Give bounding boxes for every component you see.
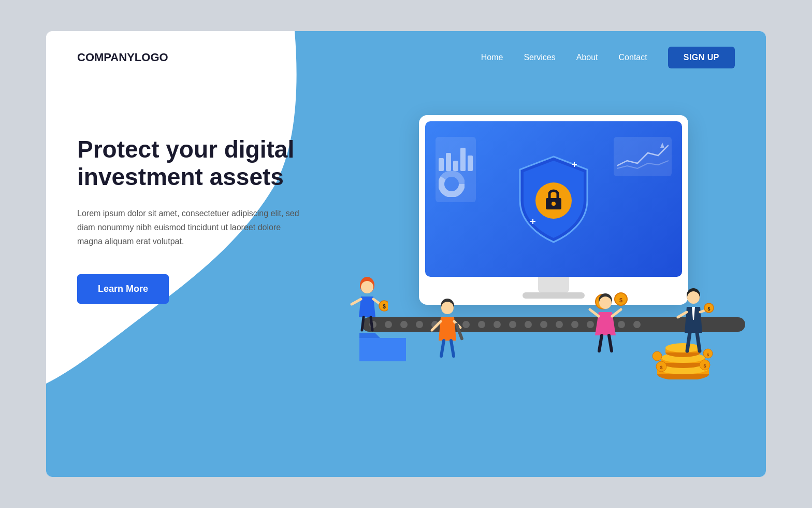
svg-line-24 <box>451 341 454 356</box>
line-chart <box>617 140 669 171</box>
pie-chart <box>439 171 465 197</box>
svg-marker-9 <box>660 143 664 148</box>
hero-left: Protect your digital investment assets L… <box>77 115 326 304</box>
svg-line-30 <box>609 335 612 351</box>
person-3 <box>585 291 626 361</box>
svg-point-32 <box>687 291 700 304</box>
hero-title: Protect your digital investment assets <box>77 136 326 191</box>
svg-line-20 <box>432 321 441 330</box>
svg-line-28 <box>612 309 621 316</box>
svg-text:$: $ <box>660 365 662 370</box>
svg-line-33 <box>678 312 687 317</box>
person-1-svg: $ <box>346 276 388 338</box>
monitor <box>419 115 688 305</box>
belt-roller <box>478 321 485 328</box>
belt-roller <box>509 321 516 328</box>
nav-services[interactable]: Services <box>524 53 555 62</box>
left-chart <box>436 137 476 202</box>
hero-description: Lorem ipsum dolor sit amet, consectetuer… <box>77 206 305 249</box>
belt-roller <box>633 321 641 328</box>
bar-1 <box>439 158 444 171</box>
nav-about[interactable]: About <box>576 53 598 62</box>
belt-roller <box>571 321 578 328</box>
svg-point-11 <box>361 281 373 293</box>
right-chart <box>614 137 672 176</box>
svg-line-38 <box>697 333 700 351</box>
svg-line-29 <box>599 335 602 351</box>
belt-roller <box>416 321 423 328</box>
person-4-svg: $ <box>673 286 714 359</box>
main-nav: Home Services About Contact SIGN UP <box>481 47 735 68</box>
person-2 <box>427 297 468 366</box>
belt-roller <box>540 321 547 328</box>
main-content: Protect your digital investment assets L… <box>46 84 766 426</box>
bar-4 <box>460 148 466 171</box>
person-1: $ <box>346 276 388 340</box>
svg-line-12 <box>352 299 361 304</box>
svg-line-37 <box>687 333 690 351</box>
svg-text:$: $ <box>707 306 710 312</box>
monitor-illustration <box>372 115 735 305</box>
bar-5 <box>468 156 473 171</box>
header: COMPANYLOGO Home Services About Contact … <box>46 31 766 84</box>
monitor-screen <box>425 121 682 277</box>
belt-roller <box>525 321 532 328</box>
svg-line-17 <box>371 317 372 330</box>
monitor-base <box>523 292 585 299</box>
bar-chart <box>439 140 473 171</box>
svg-point-19 <box>441 302 454 314</box>
svg-text:$: $ <box>703 363 706 369</box>
shield-wrapper <box>512 151 595 247</box>
person-2-svg <box>427 297 468 364</box>
page-container: COMPANYLOGO Home Services About Contact … <box>46 31 766 477</box>
svg-point-26 <box>599 297 612 309</box>
learn-more-button[interactable]: Learn More <box>77 274 169 304</box>
hero-illustration: $ <box>346 115 735 426</box>
svg-text:$: $ <box>383 304 386 309</box>
svg-point-52 <box>653 351 662 361</box>
svg-point-4 <box>552 202 556 206</box>
bar-2 <box>446 153 451 171</box>
bar-3 <box>453 161 458 171</box>
svg-line-27 <box>590 309 599 316</box>
shield-icon <box>512 151 595 245</box>
person-4: $ <box>673 286 714 361</box>
belt-roller <box>494 321 501 328</box>
nav-home[interactable]: Home <box>481 53 503 62</box>
signup-button[interactable]: SIGN UP <box>668 47 735 68</box>
monitor-stand <box>538 277 569 292</box>
nav-contact[interactable]: Contact <box>619 53 647 62</box>
svg-line-16 <box>362 317 364 330</box>
person-3-svg <box>585 291 626 359</box>
company-logo: COMPANYLOGO <box>77 51 168 64</box>
belt-roller <box>556 321 563 328</box>
svg-line-23 <box>441 341 444 356</box>
